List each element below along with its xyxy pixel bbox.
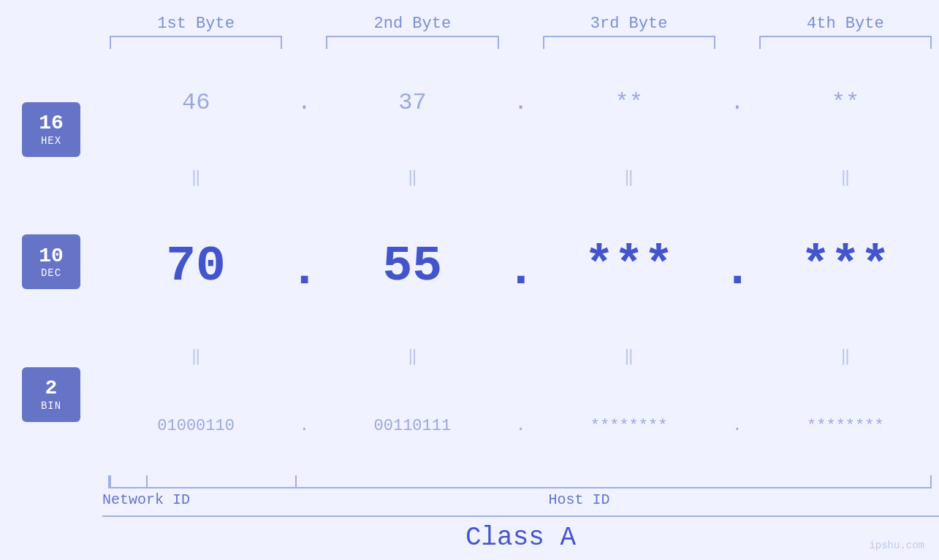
main-container: 1st Byte 2nd Byte 3rd Byte 4th Byte 16 — [0, 0, 939, 560]
bottom-area: Network ID Host ID — [0, 475, 939, 508]
bin-dot3: . — [723, 417, 752, 435]
hex-dot1: . — [289, 89, 319, 116]
top-brackets — [0, 36, 939, 49]
dec-dot2: . — [506, 242, 536, 298]
eq2-b4: ‖ — [752, 346, 939, 366]
dec-dot1: . — [289, 242, 319, 298]
dec-label: DEC — [41, 267, 61, 279]
bin-badge: 2 BIN — [22, 367, 80, 422]
hex-num: 16 — [39, 112, 64, 135]
bottom-brackets-proper — [102, 475, 939, 488]
bin-dot1: . — [289, 417, 319, 435]
byte1-header: 1st Byte — [102, 15, 289, 33]
class-row: Class A — [0, 515, 939, 560]
id-labels: Network ID Host ID — [102, 491, 939, 508]
hex-b4: ** — [752, 89, 939, 116]
byte-headers: 1st Byte 2nd Byte 3rd Byte 4th Byte — [0, 15, 939, 33]
eq1-b3: ‖ — [536, 167, 723, 187]
bin-b3: ******** — [536, 417, 723, 435]
class-line — [102, 515, 939, 517]
hex-dot3: . — [723, 89, 752, 116]
watermark: ipshu.com — [869, 540, 924, 551]
dec-dot3: . — [723, 242, 752, 298]
class-label: Class A — [102, 523, 939, 560]
eq1-b1: ‖ — [102, 167, 289, 187]
bracket-byte2 — [326, 36, 498, 49]
dec-b1: 70 — [102, 238, 289, 294]
byte4-header: 4th Byte — [752, 15, 939, 33]
bracket-byte3 — [543, 36, 715, 49]
hex-label: HEX — [41, 135, 61, 147]
bin-num: 2 — [45, 377, 58, 400]
bin-b2: 00110111 — [319, 417, 506, 435]
bin-row: 01000110 . 00110111 . ******** . *******… — [102, 417, 939, 435]
eq2-b2: ‖ — [319, 346, 506, 366]
labels-column: 16 HEX 10 DEC 2 BIN — [0, 49, 102, 475]
dec-b3: *** — [536, 238, 723, 294]
eq1-b4: ‖ — [752, 167, 939, 187]
byte2-header: 2nd Byte — [319, 15, 506, 33]
main-area: 16 HEX 10 DEC 2 BIN 46 . 37 . ** . ** — [0, 49, 939, 475]
bin-label: BIN — [41, 400, 61, 412]
dec-row: 70 . 55 . *** . *** — [102, 238, 939, 294]
bin-dot2: . — [506, 417, 536, 435]
bracket-byte1 — [110, 36, 282, 49]
hex-b2: 37 — [319, 89, 506, 116]
eq2-b1: ‖ — [102, 346, 289, 366]
values-area: 46 . 37 . ** . ** ‖ ‖ ‖ ‖ 70 . — [102, 49, 939, 475]
bracket-byte4 — [759, 36, 932, 49]
bin-b1: 01000110 — [102, 417, 289, 435]
network-id-label: Network ID — [102, 491, 190, 508]
hex-b1: 46 — [102, 89, 289, 116]
host-id-label: Host ID — [219, 491, 939, 508]
hex-b3: ** — [536, 89, 723, 116]
hex-dot2: . — [506, 89, 536, 116]
dec-b2: 55 — [319, 238, 506, 294]
bin-b4: ******** — [752, 417, 939, 435]
hex-badge: 16 HEX — [22, 102, 80, 157]
dec-badge: 10 DEC — [22, 234, 80, 289]
hex-row: 46 . 37 . ** . ** — [102, 89, 939, 116]
byte3-header: 3rd Byte — [536, 15, 723, 33]
dec-num: 10 — [39, 245, 64, 268]
equals-row-1: ‖ ‖ ‖ ‖ — [102, 167, 939, 187]
dec-b4: *** — [752, 238, 939, 294]
eq2-b3: ‖ — [536, 346, 723, 366]
eq1-b2: ‖ — [319, 167, 506, 187]
equals-row-2: ‖ ‖ ‖ ‖ — [102, 346, 939, 366]
